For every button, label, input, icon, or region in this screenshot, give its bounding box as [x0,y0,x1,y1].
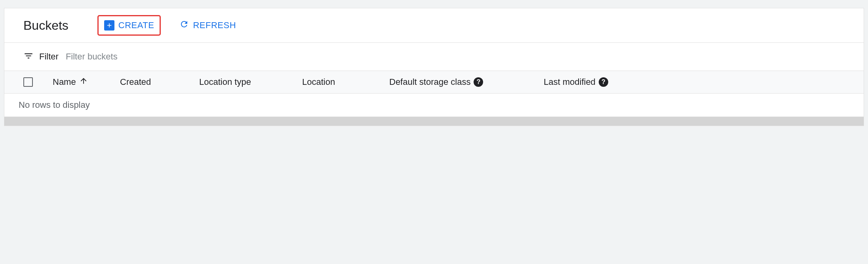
filter-input[interactable] [64,50,845,63]
buckets-panel: Buckets CREATE REFRESH Filter Name [4,8,864,126]
column-header-location-type[interactable]: Location type [199,77,294,87]
sort-ascending-icon [79,77,88,88]
horizontal-scrollbar[interactable] [4,117,864,126]
create-button-label: CREATE [118,20,154,31]
refresh-button[interactable]: REFRESH [174,15,242,35]
help-icon[interactable]: ? [599,77,608,87]
column-header-location[interactable]: Location [302,77,381,87]
column-header-storage-class[interactable]: Default storage class ? [389,77,536,87]
column-header-last-modified[interactable]: Last modified ? [544,77,631,87]
plus-icon [104,20,114,31]
refresh-button-label: REFRESH [193,20,236,31]
column-label: Location type [199,77,251,87]
toolbar: Buckets CREATE REFRESH [4,8,864,43]
table-header: Name Created Location type Location Defa… [4,71,864,94]
help-icon[interactable]: ? [474,77,483,87]
column-label: Created [120,77,151,87]
select-all-checkbox[interactable] [23,77,33,87]
empty-state-message: No rows to display [4,94,864,117]
column-label: Last modified [544,77,596,87]
filter-bar: Filter [4,43,864,71]
column-label: Name [53,77,76,87]
refresh-icon [179,19,189,31]
create-button[interactable]: CREATE [99,16,160,34]
column-header-created[interactable]: Created [120,77,191,87]
column-label: Default storage class [389,77,470,87]
column-header-name[interactable]: Name [53,77,112,88]
filter-icon [23,51,34,63]
column-label: Location [302,77,335,87]
page-title: Buckets [23,18,69,33]
filter-label: Filter [39,52,59,62]
